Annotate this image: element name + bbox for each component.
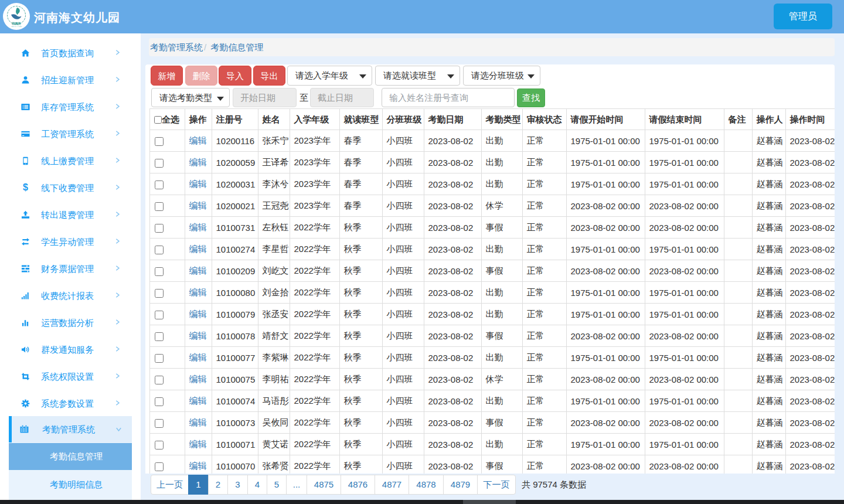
svg-text:HENAN HAIWEN: HENAN HAIWEN — [11, 26, 22, 28]
svg-text:校園美: 校園美 — [11, 22, 21, 26]
svg-text:$: $ — [23, 183, 28, 192]
